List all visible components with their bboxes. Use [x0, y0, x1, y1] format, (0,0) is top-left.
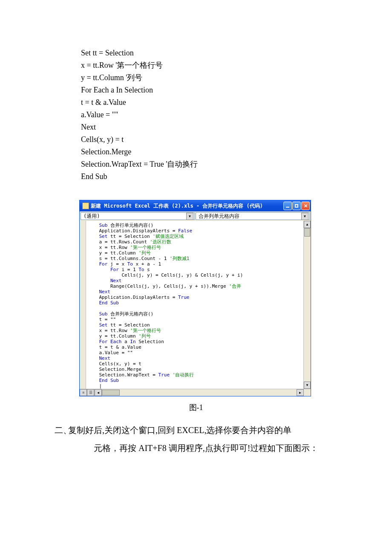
code-line: Selection.WrapText = True '自动换行 — [88, 372, 303, 378]
code-line: t = "" — [88, 317, 303, 322]
procedure-view-icon[interactable]: ≡ — [80, 389, 87, 396]
code-line: t = t & a.Value — [88, 344, 303, 350]
code-line: For Each a In Selection — [88, 339, 303, 344]
scroll-right-button[interactable]: ► — [297, 389, 304, 396]
code-line: Range(Cells(j, y), Cells(j, y + s)).Merg… — [88, 283, 303, 289]
vbe-titlebar[interactable]: 新建 Microsoft Excel 工作表 (2).xls - 合并行单元格内… — [80, 200, 311, 211]
figure-caption: 图-1 — [0, 402, 392, 413]
code-line: x = tt.Row '第一个格行号 — [88, 328, 303, 333]
code-line: Cells(j, y) = Cells(j, y) & Cells(j, y +… — [88, 272, 303, 278]
scroll-up-button[interactable]: ▲ — [304, 221, 311, 228]
vbe-code-window: 新建 Microsoft Excel 工作表 (2).xls - 合并行单元格内… — [79, 200, 311, 396]
procedure-dropdown-value: 合并列单元格内容 — [199, 213, 239, 220]
code-line: Set tt = Selection — [88, 322, 303, 328]
code-line: Next — [88, 278, 303, 283]
code-line: Set tt = Selection — [81, 47, 392, 59]
scroll-track[interactable] — [304, 228, 311, 382]
window-controls — [283, 202, 310, 210]
code-line: y = tt.Column '列号 — [88, 333, 303, 339]
code-line: t = t & a.Value — [81, 96, 392, 109]
code-line: Application.DisplayAlerts = False — [88, 228, 303, 234]
code-line: Selection.Merge — [81, 146, 392, 158]
code-line: End Sub — [81, 171, 392, 183]
list-marker: 二、 — [55, 421, 68, 439]
vbe-bottom-bar: ≡ ☰ ◄ ► — [80, 389, 311, 396]
code-line: For i = 1 To s — [88, 267, 303, 272]
object-dropdown[interactable]: (通用) ▼ — [81, 212, 195, 220]
hscroll-thumb[interactable] — [102, 390, 120, 396]
code-line: Cells(x, y) = t — [88, 361, 303, 367]
code-line: Next — [81, 121, 392, 133]
code-line: y = tt.Column '列号 — [88, 250, 303, 256]
code-line: For Each a In Selection — [81, 84, 392, 96]
code-line: Next — [88, 289, 303, 295]
scroll-thumb[interactable] — [304, 228, 310, 237]
code-line — [88, 306, 303, 311]
code-line: End Sub — [88, 378, 303, 383]
code-line: Next — [88, 356, 303, 361]
body-line-1: 复制好后,关闭这个窗口,回到 EXCEL,选择你要合并内容的单 — [68, 425, 291, 435]
body-paragraph: 二、复制好后,关闭这个窗口,回到 EXCEL,选择你要合并内容的单 — [68, 421, 332, 439]
chevron-down-icon[interactable]: ▼ — [186, 213, 193, 220]
code-line: Sub 合并行单元格内容() — [88, 223, 303, 228]
code-line: End Sub — [88, 300, 303, 306]
window-title: 新建 Microsoft Excel 工作表 (2).xls - 合并行单元格内… — [91, 202, 283, 210]
hscroll-track[interactable] — [102, 389, 297, 396]
code-editor[interactable]: Sub 合并行单元格内容() Application.DisplayAlerts… — [86, 221, 303, 389]
horizontal-scrollbar[interactable]: ◄ ► — [95, 389, 304, 396]
code-line: Set tt = Selection '赋值选定区域 — [88, 234, 303, 239]
code-line: Cells(x, y) = t — [81, 133, 392, 146]
minimize-button[interactable] — [283, 202, 292, 210]
code-line: Selection.WrapText = True '自动换行 — [81, 158, 392, 171]
vbe-module-icon — [82, 202, 89, 209]
code-line: s = tt.Columns.Count - 1 '列数减1 — [88, 256, 303, 261]
code-line: a.Value = "" — [88, 350, 303, 356]
code-line: a = tt.Rows.Count '选区行数 — [88, 239, 303, 245]
scroll-left-button[interactable]: ◄ — [95, 389, 102, 396]
margin-indicator-bar — [80, 221, 86, 389]
vbe-object-proc-selectors: (通用) ▼ 合并列单元格内容 ▼ — [80, 211, 311, 221]
code-line: Application.DisplayAlerts = True — [88, 295, 303, 300]
body-line-2: 元格，再按 AIT+F8 调用程序,点执行即可!过程如下面图示： — [94, 443, 318, 453]
document-code-block: Set tt = Selectionx = tt.Row '第一个格行号y = … — [81, 47, 392, 183]
vertical-scrollbar[interactable]: ▲ ▼ — [303, 221, 311, 389]
code-line: For j = x To x + a - 1 — [88, 261, 303, 267]
code-line: y = tt.Column '列号 — [81, 72, 392, 84]
object-dropdown-value: (通用) — [84, 213, 100, 220]
body-paragraph-cont: 元格，再按 AIT+F8 调用程序,点执行即可!过程如下面图示： — [94, 439, 332, 457]
close-button[interactable] — [301, 202, 310, 210]
code-line: Selection.Merge — [88, 367, 303, 372]
code-line: | — [88, 383, 303, 389]
resize-grip[interactable] — [304, 389, 311, 396]
code-line: a.Value = "" — [81, 109, 392, 121]
code-line: x = tt.Row '第一个格行号 — [81, 59, 392, 72]
chevron-down-icon[interactable]: ▼ — [301, 213, 308, 220]
scroll-down-button[interactable]: ▼ — [304, 382, 311, 389]
code-line: Sub 合并列单元格内容() — [88, 311, 303, 317]
procedure-dropdown[interactable]: 合并列单元格内容 ▼ — [196, 212, 310, 220]
code-line: x = tt.Row '第一个格行号 — [88, 245, 303, 250]
full-module-view-icon[interactable]: ☰ — [87, 389, 94, 396]
maximize-button[interactable] — [292, 202, 301, 210]
